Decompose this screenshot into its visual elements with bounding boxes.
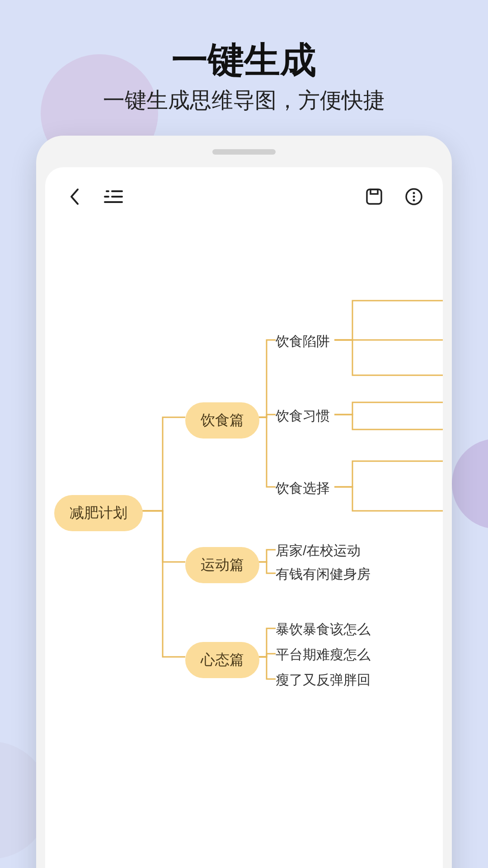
mindmap-leaf-node[interactable]: 饮食选择 [276, 479, 330, 498]
svg-rect-6 [371, 189, 378, 194]
list-icon [104, 189, 124, 205]
chevron-left-icon [68, 188, 80, 206]
phone-mockup: 减肥计划 饮食篇 运动篇 心态篇 饮食陷阱 饮食习惯 饮食选择 居家/在校运动 … [36, 136, 452, 868]
decoration-circle [452, 439, 488, 529]
phone-speaker [212, 149, 276, 155]
mindmap-leaf-node[interactable]: 暴饮暴食该怎么 [276, 620, 371, 639]
mindmap-branch-node[interactable]: 心态篇 [185, 642, 259, 678]
app-screen: 减肥计划 饮食篇 运动篇 心态篇 饮食陷阱 饮食习惯 饮食选择 居家/在校运动 … [45, 167, 443, 868]
mindmap-leaf-node[interactable]: 饮食习惯 [276, 407, 330, 425]
svg-rect-5 [367, 189, 381, 204]
save-button[interactable] [363, 186, 385, 208]
mindmap-branch-node[interactable]: 饮食篇 [185, 402, 259, 439]
mindmap-leaf-node[interactable]: 饮食陷阱 [276, 332, 330, 351]
mindmap-leaf-node[interactable]: 平台期难瘦怎么 [276, 646, 371, 664]
svg-point-9 [413, 196, 415, 198]
mindmap-leaf-node[interactable]: 有钱有闲健身房 [276, 565, 371, 584]
toolbar [45, 167, 443, 226]
promo-headline: 一键生成 [0, 36, 488, 85]
back-button[interactable] [63, 186, 85, 208]
mindmap-canvas[interactable]: 减肥计划 饮食篇 运动篇 心态篇 饮食陷阱 饮食习惯 饮食选择 居家/在校运动 … [45, 226, 443, 868]
svg-point-10 [413, 199, 415, 202]
mindmap-leaf-node[interactable]: 居家/在校运动 [276, 542, 361, 560]
more-vertical-icon [405, 188, 423, 206]
mindmap-root-node[interactable]: 减肥计划 [54, 495, 143, 531]
mindmap-branch-node[interactable]: 运动篇 [185, 547, 259, 583]
promo-subhead: 一键生成思维导图，方便快捷 [0, 86, 488, 115]
outline-button[interactable] [103, 186, 125, 208]
svg-point-8 [413, 192, 415, 194]
save-icon [365, 188, 383, 206]
mindmap-leaf-node[interactable]: 瘦了又反弹胖回 [276, 671, 371, 689]
more-button[interactable] [403, 186, 425, 208]
